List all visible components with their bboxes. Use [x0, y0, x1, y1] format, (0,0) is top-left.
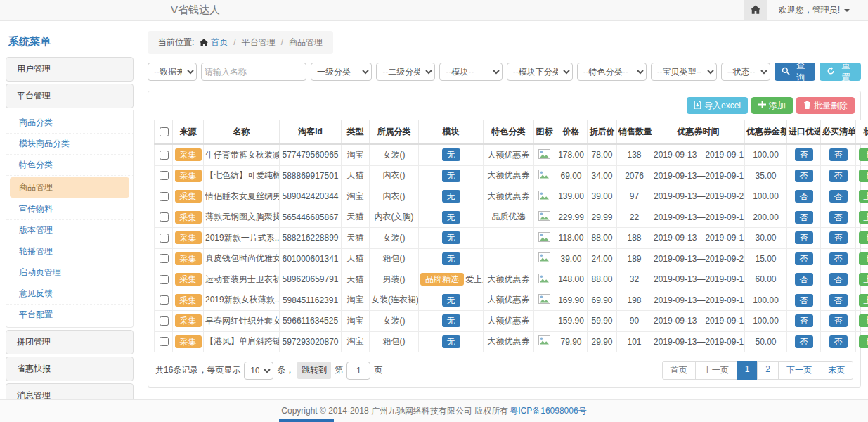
home-button[interactable]: [744, 0, 767, 20]
type-cell: 天猫: [342, 207, 370, 228]
filter-item-type[interactable]: --宝贝类型--: [651, 63, 717, 81]
must-buy-toggle[interactable]: 否: [829, 294, 848, 307]
import-optional-toggle[interactable]: 否: [795, 211, 813, 224]
icon-cell: [534, 144, 555, 165]
row-checkbox[interactable]: [160, 151, 169, 160]
sales-cell: 189: [617, 248, 652, 269]
import-excel-button[interactable]: 导入excel: [687, 97, 748, 114]
sidebar-item-groupon[interactable]: 拼团管理: [6, 330, 134, 354]
module-badge[interactable]: 无: [442, 294, 460, 307]
row-checkbox[interactable]: [160, 275, 169, 284]
page-item-末页[interactable]: 末页: [820, 361, 853, 380]
filter-module-subcategory[interactable]: --模块下分类--: [507, 63, 573, 81]
checkbox-cell: [155, 144, 173, 165]
row-checkbox[interactable]: [160, 316, 169, 326]
module-badge[interactable]: 无: [442, 335, 460, 348]
filter-level2-category[interactable]: --二级分类--: [376, 63, 435, 81]
sidebar-item-platform[interactable]: 平台管理: [6, 84, 134, 108]
must-buy-toggle[interactable]: 否: [829, 273, 848, 286]
module-badge[interactable]: 无: [442, 252, 460, 265]
page-item-1[interactable]: 1: [737, 361, 758, 380]
must-buy-toggle[interactable]: 否: [829, 211, 848, 224]
select-all-checkbox[interactable]: [160, 127, 169, 136]
must-buy-toggle[interactable]: 否: [829, 148, 848, 161]
row-checkbox[interactable]: [160, 295, 169, 305]
sidebar-subitem[interactable]: 版本管理: [6, 220, 133, 241]
sidebar-subitem[interactable]: 意见反馈: [6, 283, 133, 305]
status-badge[interactable]: 上架: [859, 335, 868, 348]
row-checkbox[interactable]: [160, 171, 169, 180]
import-optional-toggle[interactable]: 否: [795, 273, 813, 286]
row-checkbox[interactable]: [160, 192, 169, 201]
import-optional-toggle[interactable]: 否: [795, 231, 813, 244]
add-button[interactable]: 添加: [751, 97, 793, 114]
page-size-select[interactable]: 10: [244, 362, 273, 380]
filter-status[interactable]: --状态--: [721, 63, 770, 81]
module-badge[interactable]: 无: [442, 231, 460, 244]
filter-module[interactable]: --模块--: [439, 63, 502, 81]
sidebar-item-user[interactable]: 用户管理: [6, 57, 134, 82]
taoke-id-cell: 588216228899: [280, 228, 342, 249]
module-badge[interactable]: 无: [442, 170, 460, 182]
filter-feature-category[interactable]: --特色分类--: [577, 63, 647, 81]
filter-level1-category[interactable]: 一级分类: [311, 63, 372, 81]
module-badge[interactable]: 无: [442, 190, 460, 203]
status-badge[interactable]: 上架: [859, 273, 868, 286]
module-badge[interactable]: 无: [442, 314, 460, 327]
row-checkbox[interactable]: [160, 337, 169, 346]
must-buy-toggle[interactable]: 否: [829, 335, 848, 348]
sidebar-subitem-active[interactable]: 商品管理: [10, 177, 129, 198]
sidebar-subitem[interactable]: 特色分类: [6, 155, 133, 176]
status-badge[interactable]: 上架: [859, 314, 868, 327]
sidebar-subitem[interactable]: 商品分类: [6, 113, 133, 134]
sidebar-subitem[interactable]: 轮播管理: [6, 241, 133, 262]
sidebar-subitem[interactable]: 宣传物料: [6, 199, 133, 220]
search-button[interactable]: 查询: [775, 63, 816, 81]
must-buy-toggle[interactable]: 否: [829, 314, 848, 327]
status-badge[interactable]: 上架: [859, 252, 868, 265]
row-checkbox[interactable]: [160, 254, 169, 263]
status-badge[interactable]: 上架: [859, 294, 868, 307]
sidebar-item-message[interactable]: 消息管理: [6, 383, 134, 399]
page-item-首页[interactable]: 首页: [662, 361, 696, 380]
status-badge[interactable]: 上架: [859, 211, 868, 224]
reset-button[interactable]: 重置: [820, 63, 861, 81]
import-optional-cell: 否: [787, 331, 821, 352]
row-checkbox[interactable]: [160, 212, 169, 222]
sidebar-subitem[interactable]: 启动页管理: [6, 262, 133, 283]
source-badge: 采集: [175, 314, 202, 327]
page-item-2[interactable]: 2: [757, 361, 779, 380]
import-optional-toggle[interactable]: 否: [795, 314, 813, 327]
module-badge[interactable]: 无: [442, 148, 460, 161]
page-item-上一页[interactable]: 上一页: [695, 361, 737, 380]
breadcrumb-home-link[interactable]: 首页: [211, 37, 228, 49]
status-badge[interactable]: 上架: [859, 170, 868, 182]
import-optional-toggle[interactable]: 否: [795, 294, 813, 307]
must-buy-toggle[interactable]: 否: [829, 252, 848, 265]
icp-link[interactable]: 粤ICP备16098006号: [510, 405, 586, 417]
row-checkbox[interactable]: [160, 234, 169, 243]
jump-button[interactable]: 跳转到: [297, 362, 331, 379]
filter-data-source[interactable]: --数据来源--: [148, 63, 197, 81]
sidebar-item-news[interactable]: 省惠快报: [6, 357, 134, 381]
sidebar-subitem[interactable]: 平台配置: [6, 305, 133, 325]
import-optional-toggle[interactable]: 否: [795, 148, 813, 161]
must-buy-toggle[interactable]: 否: [829, 231, 848, 244]
status-badge[interactable]: 上架: [859, 148, 868, 161]
module-badge[interactable]: 品牌精选: [420, 273, 464, 286]
import-optional-toggle[interactable]: 否: [795, 252, 813, 265]
batch-delete-button[interactable]: 批量删除: [796, 97, 855, 114]
must-buy-toggle[interactable]: 否: [829, 170, 848, 182]
sidebar-subitem[interactable]: 模块商品分类: [6, 134, 133, 155]
import-optional-toggle[interactable]: 否: [795, 190, 813, 203]
module-badge[interactable]: 无: [442, 211, 460, 224]
user-menu[interactable]: 欢迎您，管理员!: [767, 0, 868, 20]
filter-name-search[interactable]: [201, 63, 306, 81]
jump-page-input[interactable]: [346, 362, 370, 380]
import-optional-toggle[interactable]: 否: [795, 170, 813, 182]
import-optional-toggle[interactable]: 否: [795, 335, 813, 348]
status-badge[interactable]: 上架: [859, 231, 868, 244]
status-badge[interactable]: 上架: [859, 190, 868, 203]
page-item-下一页[interactable]: 下一页: [778, 361, 820, 380]
must-buy-toggle[interactable]: 否: [829, 190, 848, 203]
